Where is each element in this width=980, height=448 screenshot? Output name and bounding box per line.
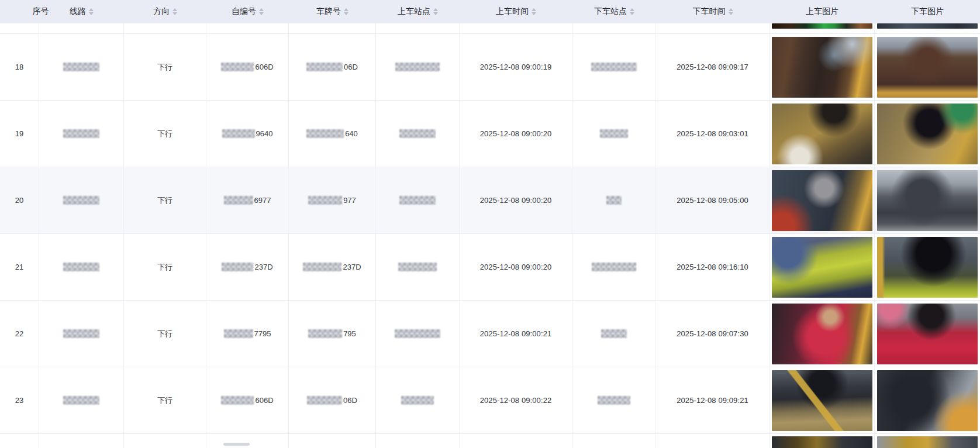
column-header-board_station[interactable]: 上车站点 — [376, 0, 460, 23]
table-row[interactable]: 22下行77957952025-12-08 09:00:212025-12-08… — [0, 301, 980, 367]
column-label-plate: 车牌号 — [316, 6, 341, 17]
sort-carets-icon[interactable] — [532, 6, 536, 18]
sort-descending-icon[interactable] — [532, 12, 536, 18]
sort-carets-icon[interactable] — [433, 6, 438, 18]
alighting-photo[interactable] — [877, 23, 978, 29]
table-row-partial — [0, 434, 980, 448]
alighting-photo[interactable] — [877, 237, 978, 298]
cell-unit-number: 6977 — [206, 167, 289, 233]
empty-cell — [124, 434, 206, 448]
cell-seq: 23 — [0, 367, 39, 433]
cell-boarding-time: 2025-12-08 09:00:22 — [460, 367, 572, 433]
sort-descending-icon[interactable] — [344, 12, 348, 18]
empty-cell — [376, 23, 460, 33]
sort-ascending-icon[interactable] — [89, 6, 94, 11]
masked-boarding-station-text — [398, 263, 437, 271]
boarding-photo[interactable] — [772, 23, 872, 29]
column-header-direction[interactable]: 方向 — [124, 0, 206, 23]
sort-ascending-icon[interactable] — [259, 6, 264, 11]
sort-descending-icon[interactable] — [433, 12, 438, 18]
alighting-photo[interactable] — [877, 37, 978, 98]
alighting-photo-cell — [875, 234, 980, 300]
cell-alighting-station — [572, 167, 656, 233]
masked-plate-prefix — [308, 329, 342, 338]
table-row[interactable]: 23下行606D06D2025-12-08 09:00:222025-12-08… — [0, 367, 980, 434]
boarding-photo[interactable] — [772, 370, 872, 431]
empty-cell — [39, 23, 124, 33]
boarding-photo[interactable] — [772, 37, 872, 98]
empty-cell — [460, 23, 572, 33]
sort-descending-icon[interactable] — [729, 12, 733, 18]
table-row[interactable]: 19下行96406402025-12-08 09:00:202025-12-08… — [0, 101, 980, 167]
sort-ascending-icon[interactable] — [729, 6, 733, 11]
passenger-trip-table-page: 序号线路方向自编号车牌号上车站点上车时间下车站点下车时间上车图片下车图片 18下… — [0, 0, 980, 448]
sort-carets-icon[interactable] — [259, 6, 264, 18]
cell-unit-number: 606D — [206, 34, 289, 100]
horizontal-scrollbar-thumb[interactable] — [223, 443, 250, 446]
sort-descending-icon[interactable] — [89, 12, 94, 18]
alighting-photo-cell — [875, 167, 980, 233]
empty-cell — [0, 434, 39, 448]
empty-cell — [376, 434, 460, 448]
sort-descending-icon[interactable] — [259, 12, 264, 18]
plate-number-suffix: 237D — [343, 263, 361, 271]
alighting-photo[interactable] — [877, 170, 978, 231]
masked-line-text — [63, 63, 99, 71]
empty-cell — [289, 434, 376, 448]
masked-unit-prefix — [222, 263, 253, 271]
sort-carets-icon[interactable] — [89, 6, 94, 18]
plate-number-suffix: 640 — [345, 129, 358, 138]
cell-direction: 下行 — [124, 301, 206, 367]
cell-plate-number: 06D — [289, 367, 376, 433]
column-header-alight_station[interactable]: 下车站点 — [572, 0, 656, 23]
boarding-photo[interactable] — [772, 304, 872, 364]
cell-alighting-time: 2025-12-08 09:03:01 — [656, 101, 769, 167]
column-header-unit[interactable]: 自编号 — [206, 0, 289, 23]
column-header-line[interactable]: 线路 — [39, 0, 124, 23]
sort-ascending-icon[interactable] — [344, 6, 348, 11]
masked-alighting-station-text — [598, 396, 630, 405]
table-row[interactable]: 20下行69779772025-12-08 09:00:202025-12-08… — [0, 167, 980, 234]
column-header-board_time[interactable]: 上车时间 — [460, 0, 572, 23]
cell-alighting-station — [572, 301, 656, 367]
masked-alighting-station-text — [591, 63, 637, 71]
sort-carets-icon[interactable] — [630, 6, 634, 18]
sort-ascending-icon[interactable] — [433, 6, 438, 11]
cell-plate-number: 06D — [289, 34, 376, 100]
cell-alighting-time: 2025-12-08 09:09:21 — [656, 367, 769, 433]
alighting-photo[interactable] — [877, 104, 978, 164]
sort-ascending-icon[interactable] — [532, 6, 536, 11]
alighting-photo[interactable] — [877, 370, 978, 431]
empty-cell — [656, 434, 769, 448]
table-row[interactable]: 18下行606D06D2025-12-08 09:00:192025-12-08… — [0, 34, 980, 101]
sort-ascending-icon[interactable] — [172, 6, 177, 11]
unit-number-suffix: 237D — [254, 263, 272, 271]
empty-cell — [572, 23, 656, 33]
sort-descending-icon[interactable] — [630, 12, 634, 18]
sort-carets-icon[interactable] — [344, 6, 348, 18]
boarding-photo[interactable] — [772, 104, 872, 164]
sort-descending-icon[interactable] — [172, 12, 177, 18]
cell-line — [39, 101, 124, 167]
alighting-photo[interactable] — [877, 436, 978, 448]
masked-unit-prefix — [221, 396, 254, 405]
cell-seq: 20 — [0, 167, 39, 233]
sort-carets-icon[interactable] — [729, 6, 733, 18]
empty-cell — [572, 434, 656, 448]
boarding-photo[interactable] — [772, 237, 872, 298]
cell-unit-number: 237D — [206, 234, 289, 300]
empty-cell — [206, 434, 289, 448]
cell-boarding-station — [376, 301, 460, 367]
sort-ascending-icon[interactable] — [630, 6, 634, 11]
sort-carets-icon[interactable] — [172, 6, 177, 18]
cell-boarding-station — [376, 367, 460, 433]
column-header-plate[interactable]: 车牌号 — [289, 0, 376, 23]
boarding-photo[interactable] — [772, 436, 872, 448]
cell-boarding-time: 2025-12-08 09:00:20 — [460, 234, 572, 300]
table-row[interactable]: 21下行237D237D2025-12-08 09:00:202025-12-0… — [0, 234, 980, 301]
alighting-photo[interactable] — [877, 304, 978, 364]
column-header-alight_time[interactable]: 下车时间 — [656, 0, 769, 23]
boarding-photo[interactable] — [772, 170, 872, 231]
column-header-alight_photo: 下车图片 — [875, 0, 980, 23]
cell-direction: 下行 — [124, 234, 206, 300]
